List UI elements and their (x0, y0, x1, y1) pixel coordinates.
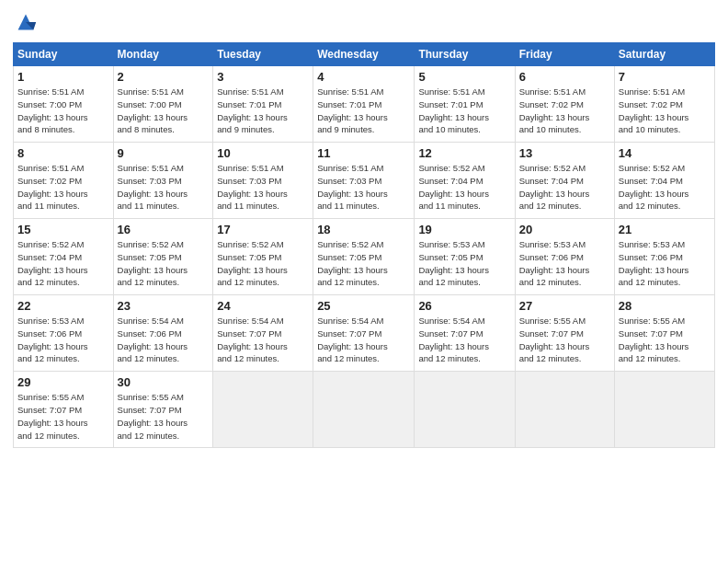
calendar-cell (515, 372, 614, 448)
calendar-cell (313, 372, 415, 448)
day-info: Sunrise: 5:53 AMSunset: 7:06 PMDaylight:… (519, 238, 610, 289)
day-number: 1 (17, 70, 109, 84)
day-number: 30 (118, 375, 210, 389)
day-info: Sunrise: 5:51 AMSunset: 7:00 PMDaylight:… (118, 86, 210, 136)
day-info: Sunrise: 5:51 AMSunset: 7:02 PMDaylight:… (519, 86, 610, 136)
day-number: 2 (118, 70, 210, 84)
day-info: Sunrise: 5:51 AMSunset: 7:00 PMDaylight:… (17, 86, 109, 136)
day-info: Sunrise: 5:52 AMSunset: 7:04 PMDaylight:… (418, 162, 510, 213)
calendar-cell: 8Sunrise: 5:51 AMSunset: 7:02 PMDaylight… (14, 143, 114, 219)
header (13, 9, 715, 35)
day-number: 17 (217, 223, 309, 236)
calendar-cell: 16Sunrise: 5:52 AMSunset: 7:05 PMDayligh… (113, 219, 213, 295)
calendar-cell: 29Sunrise: 5:55 AMSunset: 7:07 PMDayligh… (14, 372, 114, 448)
day-info: Sunrise: 5:54 AMSunset: 7:06 PMDaylight:… (118, 315, 210, 365)
day-number: 12 (418, 146, 510, 160)
day-info: Sunrise: 5:55 AMSunset: 7:07 PMDaylight:… (17, 391, 109, 442)
day-info: Sunrise: 5:52 AMSunset: 7:04 PMDaylight:… (519, 162, 610, 213)
calendar-cell (415, 372, 515, 448)
calendar-header-wednesday: Wednesday (313, 43, 415, 66)
day-number: 29 (17, 375, 109, 389)
calendar-week-1: 1Sunrise: 5:51 AMSunset: 7:00 PMDaylight… (14, 66, 715, 143)
calendar-cell: 17Sunrise: 5:52 AMSunset: 7:05 PMDayligh… (213, 219, 313, 295)
calendar-cell: 13Sunrise: 5:52 AMSunset: 7:04 PMDayligh… (515, 143, 614, 219)
calendar-cell: 2Sunrise: 5:51 AMSunset: 7:00 PMDaylight… (113, 66, 213, 143)
day-info: Sunrise: 5:53 AMSunset: 7:05 PMDaylight:… (418, 238, 510, 289)
calendar-cell: 24Sunrise: 5:54 AMSunset: 7:07 PMDayligh… (213, 295, 313, 372)
day-number: 3 (217, 70, 309, 84)
day-number: 23 (118, 299, 210, 313)
day-number: 16 (118, 223, 210, 236)
day-number: 4 (317, 70, 410, 84)
day-number: 11 (317, 146, 410, 160)
calendar-header-saturday: Saturday (614, 43, 714, 66)
calendar-cell: 5Sunrise: 5:51 AMSunset: 7:01 PMDaylight… (415, 66, 515, 143)
calendar-week-4: 22Sunrise: 5:53 AMSunset: 7:06 PMDayligh… (14, 295, 715, 372)
calendar-cell: 30Sunrise: 5:55 AMSunset: 7:07 PMDayligh… (113, 372, 213, 448)
calendar-cell: 28Sunrise: 5:55 AMSunset: 7:07 PMDayligh… (614, 295, 714, 372)
calendar-header-monday: Monday (113, 43, 213, 66)
calendar-cell: 14Sunrise: 5:52 AMSunset: 7:04 PMDayligh… (614, 143, 714, 219)
day-number: 18 (317, 223, 410, 236)
calendar-header-friday: Friday (515, 43, 614, 66)
day-info: Sunrise: 5:52 AMSunset: 7:05 PMDaylight:… (217, 238, 309, 289)
day-number: 20 (519, 223, 610, 236)
day-info: Sunrise: 5:53 AMSunset: 7:06 PMDaylight:… (17, 315, 109, 365)
calendar-cell: 27Sunrise: 5:55 AMSunset: 7:07 PMDayligh… (515, 295, 614, 372)
day-info: Sunrise: 5:51 AMSunset: 7:03 PMDaylight:… (217, 162, 309, 213)
day-info: Sunrise: 5:51 AMSunset: 7:03 PMDaylight:… (118, 162, 210, 213)
day-info: Sunrise: 5:52 AMSunset: 7:04 PMDaylight:… (619, 162, 711, 213)
day-info: Sunrise: 5:51 AMSunset: 7:02 PMDaylight:… (619, 86, 711, 136)
day-number: 22 (17, 299, 109, 313)
day-info: Sunrise: 5:55 AMSunset: 7:07 PMDaylight:… (519, 315, 610, 365)
day-number: 25 (317, 299, 410, 313)
calendar-week-3: 15Sunrise: 5:52 AMSunset: 7:04 PMDayligh… (14, 219, 715, 295)
calendar-cell: 26Sunrise: 5:54 AMSunset: 7:07 PMDayligh… (415, 295, 515, 372)
calendar-cell: 11Sunrise: 5:51 AMSunset: 7:03 PMDayligh… (313, 143, 415, 219)
calendar-header-tuesday: Tuesday (213, 43, 313, 66)
calendar-cell: 18Sunrise: 5:52 AMSunset: 7:05 PMDayligh… (313, 219, 415, 295)
calendar-cell: 9Sunrise: 5:51 AMSunset: 7:03 PMDaylight… (113, 143, 213, 219)
day-number: 19 (418, 223, 510, 236)
day-info: Sunrise: 5:51 AMSunset: 7:01 PMDaylight:… (317, 86, 410, 136)
day-info: Sunrise: 5:53 AMSunset: 7:06 PMDaylight:… (619, 238, 711, 289)
calendar-cell: 22Sunrise: 5:53 AMSunset: 7:06 PMDayligh… (14, 295, 114, 372)
calendar-cell: 7Sunrise: 5:51 AMSunset: 7:02 PMDaylight… (614, 66, 714, 143)
day-number: 28 (619, 299, 711, 313)
day-info: Sunrise: 5:52 AMSunset: 7:04 PMDaylight:… (17, 238, 109, 289)
day-number: 8 (17, 146, 109, 160)
day-number: 7 (619, 70, 711, 84)
calendar-week-5: 29Sunrise: 5:55 AMSunset: 7:07 PMDayligh… (14, 372, 715, 448)
page: SundayMondayTuesdayWednesdayThursdayFrid… (0, 0, 728, 563)
day-number: 6 (519, 70, 610, 84)
calendar-cell: 4Sunrise: 5:51 AMSunset: 7:01 PMDaylight… (313, 66, 415, 143)
day-info: Sunrise: 5:51 AMSunset: 7:03 PMDaylight:… (317, 162, 410, 213)
day-number: 24 (217, 299, 309, 313)
day-number: 13 (519, 146, 610, 160)
calendar-cell: 21Sunrise: 5:53 AMSunset: 7:06 PMDayligh… (614, 219, 714, 295)
day-info: Sunrise: 5:51 AMSunset: 7:02 PMDaylight:… (17, 162, 109, 213)
day-info: Sunrise: 5:54 AMSunset: 7:07 PMDaylight:… (217, 315, 309, 365)
calendar-cell: 1Sunrise: 5:51 AMSunset: 7:00 PMDaylight… (14, 66, 114, 143)
day-number: 15 (17, 223, 109, 236)
calendar-cell: 25Sunrise: 5:54 AMSunset: 7:07 PMDayligh… (313, 295, 415, 372)
calendar-header-thursday: Thursday (415, 43, 515, 66)
day-info: Sunrise: 5:54 AMSunset: 7:07 PMDaylight:… (317, 315, 410, 365)
calendar-week-2: 8Sunrise: 5:51 AMSunset: 7:02 PMDaylight… (14, 143, 715, 219)
day-number: 5 (418, 70, 510, 84)
day-info: Sunrise: 5:54 AMSunset: 7:07 PMDaylight:… (418, 315, 510, 365)
calendar-cell: 6Sunrise: 5:51 AMSunset: 7:02 PMDaylight… (515, 66, 614, 143)
day-info: Sunrise: 5:51 AMSunset: 7:01 PMDaylight:… (217, 86, 309, 136)
calendar-header-row: SundayMondayTuesdayWednesdayThursdayFrid… (14, 43, 715, 66)
day-number: 9 (118, 146, 210, 160)
day-info: Sunrise: 5:55 AMSunset: 7:07 PMDaylight:… (619, 315, 711, 365)
calendar-cell: 19Sunrise: 5:53 AMSunset: 7:05 PMDayligh… (415, 219, 515, 295)
day-number: 26 (418, 299, 510, 313)
day-info: Sunrise: 5:55 AMSunset: 7:07 PMDaylight:… (118, 391, 210, 442)
calendar-table: SundayMondayTuesdayWednesdayThursdayFrid… (13, 42, 715, 448)
logo-icon (13, 9, 39, 35)
day-info: Sunrise: 5:52 AMSunset: 7:05 PMDaylight:… (118, 238, 210, 289)
calendar-cell (614, 372, 714, 448)
calendar-cell (213, 372, 313, 448)
calendar-cell: 20Sunrise: 5:53 AMSunset: 7:06 PMDayligh… (515, 219, 614, 295)
